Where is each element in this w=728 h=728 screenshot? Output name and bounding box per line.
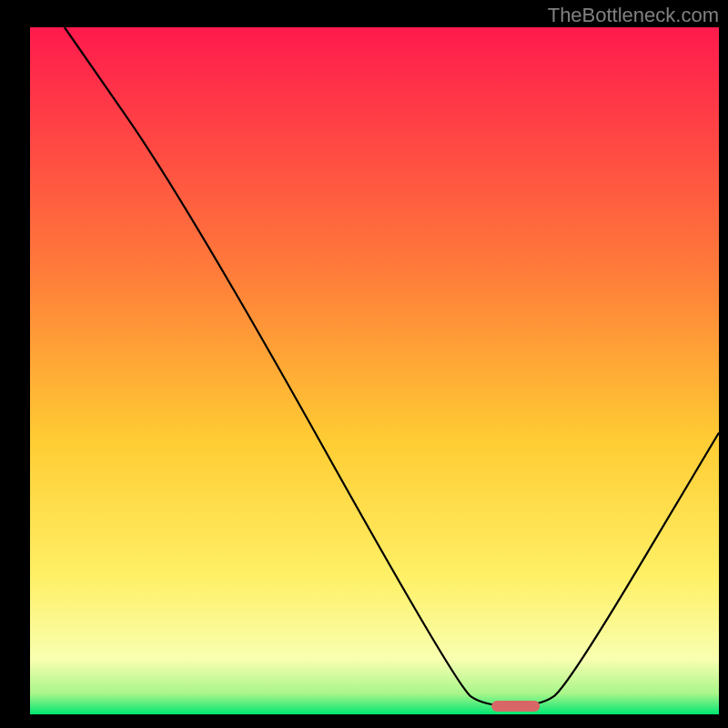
- optimal-marker: [491, 701, 540, 712]
- bottleneck-chart: [0, 0, 728, 728]
- chart-container: TheBottleneck.com: [0, 0, 728, 728]
- gradient-background: [30, 27, 719, 714]
- plot-area: [30, 27, 719, 714]
- watermark-text: TheBottleneck.com: [548, 4, 719, 27]
